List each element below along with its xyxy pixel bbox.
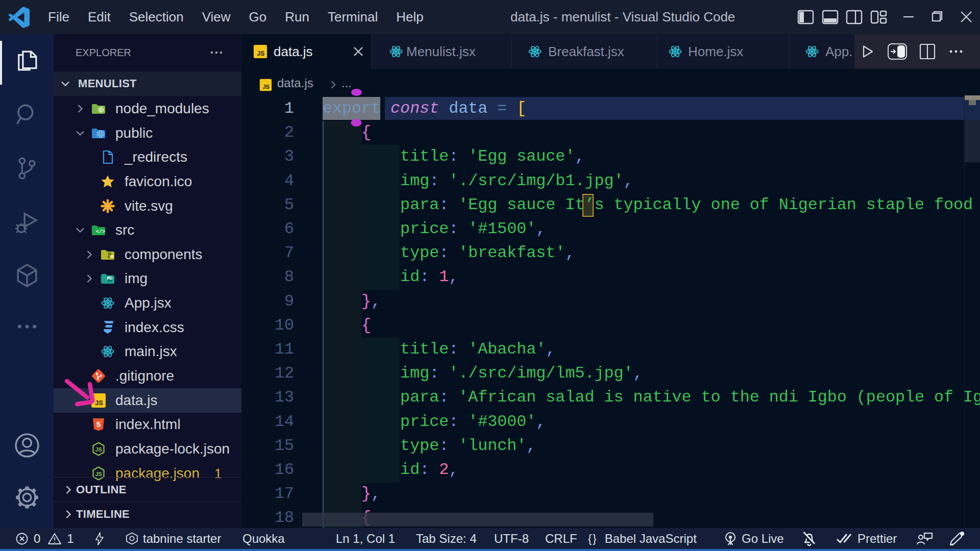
svg-text:JS: JS — [263, 84, 270, 90]
svg-text:JS: JS — [257, 50, 264, 57]
svg-text:JS: JS — [95, 446, 102, 453]
svg-text:JS: JS — [95, 471, 102, 477]
svg-text:</>: </> — [96, 229, 105, 235]
